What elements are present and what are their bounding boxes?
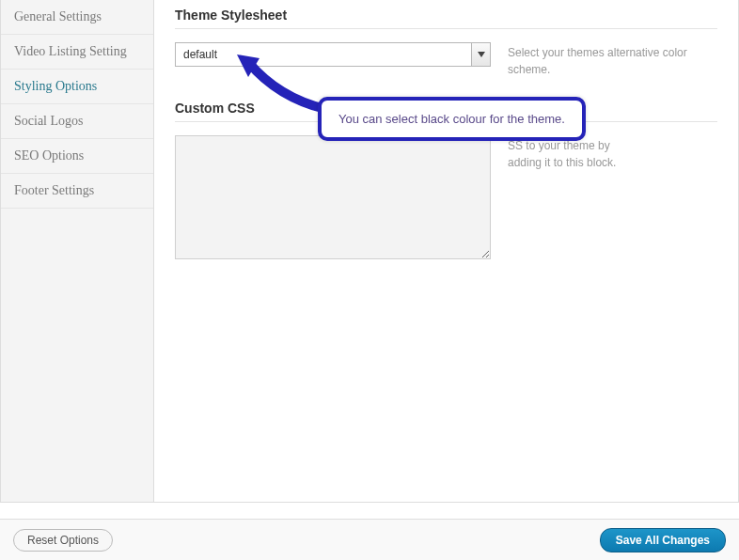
section-title-theme-stylesheet: Theme Stylesheet — [175, 8, 717, 29]
sidebar: General Settings Video Listing Setting S… — [1, 0, 154, 502]
sidebar-item-general-settings[interactable]: General Settings — [1, 0, 153, 35]
sidebar-item-video-listing-setting[interactable]: Video Listing Setting — [1, 35, 153, 70]
form-row-custom-css: SS to your theme by adding it to this bl… — [175, 135, 717, 259]
sidebar-item-social-logos[interactable]: Social Logos — [1, 104, 153, 139]
annotation-callout: You can select black colour for the them… — [318, 97, 586, 141]
main-content: Theme Stylesheet default Select your the… — [154, 0, 738, 502]
sidebar-item-seo-options[interactable]: SEO Options — [1, 139, 153, 174]
annotation-text: You can select black colour for the them… — [338, 112, 565, 126]
theme-stylesheet-select[interactable]: default — [175, 42, 491, 67]
theme-stylesheet-help: Select your themes alternative color sch… — [508, 42, 717, 78]
custom-css-textarea[interactable] — [175, 135, 491, 259]
theme-stylesheet-select-wrap: default — [175, 42, 491, 67]
settings-panel: General Settings Video Listing Setting S… — [0, 0, 739, 503]
reset-options-button[interactable]: Reset Options — [13, 529, 113, 552]
save-all-changes-button[interactable]: Save All Changes — [600, 528, 726, 552]
form-row-theme-stylesheet: default Select your themes alternative c… — [175, 42, 717, 78]
footer-bar: Reset Options Save All Changes — [0, 519, 739, 560]
custom-css-help-line2: adding it to this block. — [508, 156, 616, 169]
sidebar-item-footer-settings[interactable]: Footer Settings — [1, 174, 153, 209]
custom-css-help-line1: SS to your theme by — [508, 139, 610, 152]
sidebar-item-styling-options[interactable]: Styling Options — [1, 70, 153, 104]
